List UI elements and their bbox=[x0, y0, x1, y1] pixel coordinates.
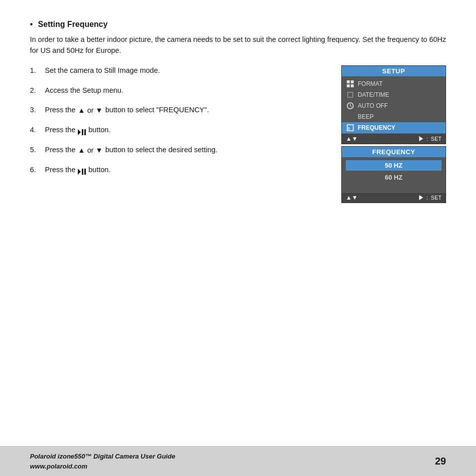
freq-option-50hz: 50 HZ bbox=[346, 160, 442, 171]
footer-line2: www.polaroid.com bbox=[30, 462, 175, 472]
step-6-num: 6. bbox=[30, 165, 45, 176]
step-4: 4. Press the button. bbox=[30, 125, 331, 136]
svg-rect-11 bbox=[348, 93, 352, 97]
freq-panel: FREQUENCY 50 HZ 60 HZ ▲▼ : SET bbox=[341, 146, 446, 203]
menu-row-beep: BEEP bbox=[342, 111, 446, 122]
steps-area: 1. Set the camera to Still Image mode. 2… bbox=[30, 65, 446, 203]
footer-page-number: 29 bbox=[435, 456, 446, 467]
freq-panel-body: 50 HZ 60 HZ bbox=[342, 157, 446, 192]
datetime-icon bbox=[346, 90, 355, 99]
step-1-num: 1. bbox=[30, 65, 45, 76]
setup-footer-arrows: ▲▼ bbox=[346, 135, 358, 142]
step-6-text: Press the button. bbox=[45, 165, 331, 176]
svg-line-14 bbox=[350, 106, 352, 107]
step-3-text: Press the ▲ or ▼ button to select "FREQU… bbox=[45, 105, 331, 116]
frequency-icon: S bbox=[346, 123, 355, 132]
setup-panel-header: SETUP bbox=[342, 66, 446, 76]
step-3: 3. Press the ▲ or ▼ button to select "FR… bbox=[30, 105, 331, 116]
svg-text:S: S bbox=[348, 127, 350, 130]
up-down-icon-2: ▲ or ▼ bbox=[78, 145, 103, 156]
camera-screens: SETUP FORMAT bbox=[341, 65, 446, 203]
section-title: • Setting Frequency bbox=[30, 20, 446, 29]
svg-marker-17 bbox=[419, 136, 423, 141]
svg-rect-2 bbox=[84, 129, 86, 135]
freq-footer-arrows: ▲▼ bbox=[346, 194, 358, 201]
datetime-label: DATE/TIME bbox=[358, 91, 389, 98]
autooff-label: AUTO OFF bbox=[358, 102, 388, 109]
up-down-icon: ▲ or ▼ bbox=[78, 105, 103, 116]
freq-footer-set: : SET bbox=[419, 195, 442, 201]
step-5-num: 5. bbox=[30, 145, 45, 156]
section-title-text: Setting Frequency bbox=[38, 20, 108, 28]
menu-row-format: FORMAT bbox=[342, 78, 446, 89]
autooff-icon bbox=[346, 101, 355, 110]
page-content: • Setting Frequency In order to take a b… bbox=[0, 0, 476, 203]
step-3-num: 3. bbox=[30, 105, 45, 116]
menu-row-frequency: S FREQUENCY bbox=[342, 122, 446, 133]
intro-paragraph: In order to take a better indoor picture… bbox=[30, 34, 446, 56]
step-2-text: Access the Setup menu. bbox=[45, 85, 331, 96]
frequency-label: FREQUENCY bbox=[358, 124, 395, 131]
page-footer: Polaroid izone550™ Digital Camera User G… bbox=[0, 446, 476, 476]
setup-panel-footer: ▲▼ : SET bbox=[342, 133, 446, 144]
bullet: • bbox=[30, 20, 33, 29]
step-5: 5. Press the ▲ or ▼ button to select the… bbox=[30, 145, 331, 156]
svg-marker-18 bbox=[419, 195, 423, 200]
svg-rect-7 bbox=[351, 80, 354, 83]
footer-text: Polaroid izone550™ Digital Camera User G… bbox=[30, 452, 175, 471]
step-6: 6. Press the button. bbox=[30, 165, 331, 176]
setup-panel-body: FORMAT DATE/TIME bbox=[342, 76, 446, 133]
step-2-num: 2. bbox=[30, 85, 45, 96]
svg-marker-0 bbox=[78, 129, 81, 135]
step-2: 2. Access the Setup menu. bbox=[30, 85, 331, 96]
freq-panel-footer: ▲▼ : SET bbox=[342, 192, 446, 203]
step-1-text: Set the camera to Still Image mode. bbox=[45, 65, 331, 76]
step-4-text: Press the button. bbox=[45, 125, 331, 136]
play-pause-icon-1 bbox=[78, 128, 86, 134]
svg-rect-9 bbox=[351, 84, 354, 87]
step-5-text: Press the ▲ or ▼ button to select the de… bbox=[45, 145, 331, 156]
footer-line1: Polaroid izone550™ Digital Camera User G… bbox=[30, 452, 175, 462]
format-label: FORMAT bbox=[358, 80, 383, 87]
menu-row-datetime: DATE/TIME bbox=[342, 89, 446, 100]
freq-option-60hz: 60 HZ bbox=[346, 172, 442, 183]
step-1: 1. Set the camera to Still Image mode. bbox=[30, 65, 331, 76]
svg-rect-4 bbox=[82, 169, 83, 175]
freq-panel-header: FREQUENCY bbox=[342, 147, 446, 157]
menu-row-autooff: AUTO OFF bbox=[342, 100, 446, 111]
svg-marker-3 bbox=[78, 169, 81, 175]
beep-icon bbox=[346, 112, 355, 121]
svg-rect-1 bbox=[82, 129, 83, 135]
svg-rect-8 bbox=[347, 84, 350, 87]
setup-panel: SETUP FORMAT bbox=[341, 65, 446, 144]
play-pause-icon-2 bbox=[78, 167, 86, 173]
svg-rect-6 bbox=[347, 80, 350, 83]
svg-rect-5 bbox=[84, 169, 86, 175]
setup-footer-set: : SET bbox=[419, 136, 442, 142]
steps-list: 1. Set the camera to Still Image mode. 2… bbox=[30, 65, 341, 185]
format-icon bbox=[346, 79, 355, 88]
beep-label: BEEP bbox=[358, 113, 374, 120]
step-4-num: 4. bbox=[30, 125, 45, 136]
